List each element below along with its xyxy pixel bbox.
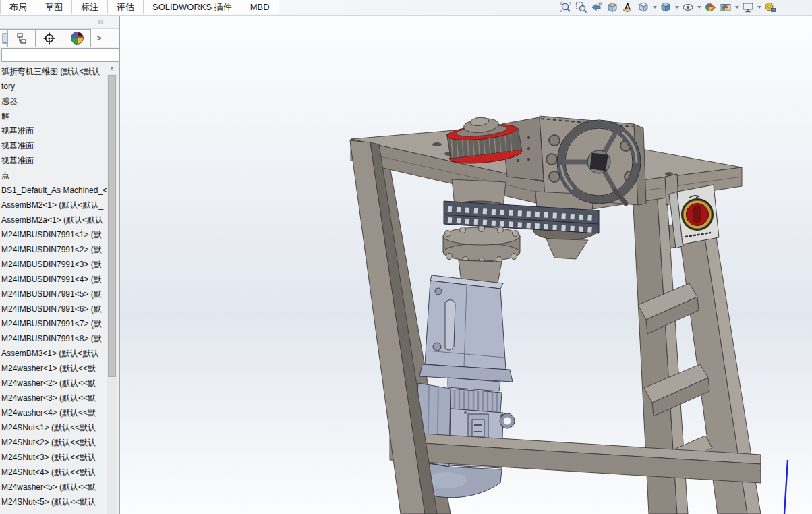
display-style-icon[interactable]	[659, 1, 672, 14]
tree-item[interactable]: M24washer<1> (默认<<默	[0, 361, 107, 376]
panel-resize-dot	[98, 20, 103, 24]
tree-item[interactable]: AssemBM2a<1> (默认<默认	[0, 212, 107, 227]
hide-show-items-icon[interactable]	[681, 1, 695, 14]
tree-item[interactable]: M24IMBUSDIN7991<6> (默	[0, 302, 107, 316]
tree-item[interactable]: 视基准面	[0, 138, 107, 153]
panel-expand-arrow[interactable]: >	[91, 29, 107, 47]
tree-item[interactable]: M24IMBUSDIN7991<1> (默	[0, 227, 107, 242]
tree-item[interactable]: AssemBM3<1> (默认<默认_	[0, 346, 107, 361]
tree-item[interactable]: 视基准面	[0, 123, 107, 138]
view-settings-icon[interactable]	[741, 1, 755, 14]
tree-scrollbar[interactable]: ∧	[107, 64, 117, 514]
tab-solidworks-addins[interactable]: SOLIDWORKS 插件	[144, 0, 241, 14]
tree-item[interactable]: M24washer<2> (默认<<默	[0, 376, 107, 391]
ribbon-tabs: 布局 草图 标注 评估 SOLIDWORKS 插件 MBD	[0, 0, 279, 15]
panel-grip[interactable]	[0, 15, 119, 28]
tree-item[interactable]: 点	[0, 168, 107, 183]
display-style-caret[interactable]	[675, 6, 679, 9]
feature-manager-panel: > 弧折弯机三维图 (默认<默认_ tory 感器 解 视基准面 视基准面 视基…	[0, 15, 120, 514]
viewport-3d[interactable]	[119, 15, 812, 514]
tree-item[interactable]: BS1_Default_As Machined_<	[0, 183, 107, 198]
apply-scene-caret[interactable]	[735, 6, 739, 9]
scroll-up-arrow[interactable]: ∧	[107, 64, 117, 74]
feature-manager-tabs: >	[0, 28, 119, 47]
tree-item[interactable]: M24washer<3> (默认<<默	[0, 391, 107, 405]
measure-icon[interactable]	[763, 1, 777, 14]
tree-item[interactable]: M24SNut<3> (默认<<默认	[0, 450, 107, 465]
headsup-view-toolbar: A	[559, 0, 777, 15]
tree-item[interactable]: M24SNut<1> (默认<<默认	[0, 420, 107, 435]
tree-item[interactable]: tory	[0, 79, 107, 94]
zoom-to-area-icon[interactable]	[575, 1, 588, 14]
edit-appearance-icon[interactable]	[703, 1, 717, 14]
svg-text:A: A	[625, 2, 631, 10]
tree-item[interactable]: M24washer<4> (默认<<默	[0, 405, 107, 420]
hide-show-items-caret[interactable]	[697, 6, 701, 9]
tree-item[interactable]: AssemBM2<1> (默认<默认_	[0, 198, 107, 212]
tree-item[interactable]: M24SNut<2> (默认<<默认	[0, 435, 107, 450]
tree-item[interactable]: M24IMBUSDIN7991<7> (默	[0, 316, 107, 331]
tree-item[interactable]: M24IMBUSDIN7991<3> (默	[0, 257, 107, 272]
tree-item[interactable]: M24IMBUSDIN7991<2> (默	[0, 242, 107, 257]
tab-display-manager[interactable]	[63, 29, 91, 47]
tab-sketch[interactable]: 草图	[36, 0, 72, 14]
tab-annotate[interactable]: 标注	[72, 0, 108, 14]
feature-filter-input[interactable]	[1, 48, 119, 62]
tab-layout[interactable]: 布局	[0, 0, 36, 14]
tab-featuremanager-tree[interactable]	[0, 29, 8, 47]
tree-item[interactable]: 视基准面	[0, 153, 107, 168]
tree-item[interactable]: M24SNut<4> (默认<<默认	[0, 465, 107, 480]
tree-item[interactable]: 解	[0, 109, 107, 123]
previous-view-icon[interactable]	[590, 1, 604, 14]
scroll-thumb[interactable]	[108, 75, 116, 377]
tree-item[interactable]: M24IMBUSDIN7991<5> (默	[0, 287, 107, 302]
tab-configuration-manager[interactable]	[8, 29, 36, 47]
tree-item[interactable]: 感器	[0, 94, 107, 109]
tab-property-manager[interactable]	[36, 29, 63, 47]
tab-evaluate[interactable]: 评估	[108, 0, 144, 14]
tree-item-root[interactable]: 弧折弯机三维图 (默认<默认_	[0, 64, 107, 79]
tree-item[interactable]: M24IMBUSDIN7991<4> (默	[0, 272, 107, 287]
tree-item[interactable]: M24IMBUSDIN7991<8> (默	[0, 331, 107, 346]
apply-scene-icon[interactable]	[719, 1, 732, 14]
display-manager-ball-icon	[71, 32, 84, 45]
view-orientation-icon[interactable]	[637, 1, 650, 14]
view-settings-caret[interactable]	[757, 6, 761, 9]
zoom-to-fit-icon[interactable]	[559, 1, 573, 14]
feature-tree: 弧折弯机三维图 (默认<默认_ tory 感器 解 视基准面 视基准面 视基准面…	[0, 64, 107, 514]
view-orientation-caret[interactable]	[653, 6, 657, 9]
section-view-icon[interactable]	[606, 1, 619, 14]
tree-item[interactable]: M24SNut<5> (默认<<默认	[0, 494, 107, 509]
tree-item[interactable]: M24washer<5> (默认<<默	[0, 480, 107, 494]
dynamic-annotation-views-icon[interactable]: A	[621, 1, 635, 14]
ribbon-bar: 布局 草图 标注 评估 SOLIDWORKS 插件 MBD A	[0, 0, 812, 16]
tab-mbd[interactable]: MBD	[241, 0, 279, 14]
